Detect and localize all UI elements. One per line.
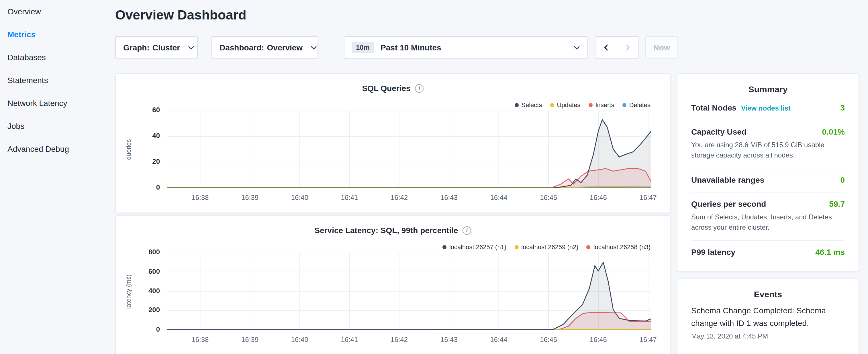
chart-legend: SelectsUpdatesInsertsDeletes: [515, 101, 651, 108]
legend-item: Selects: [515, 101, 542, 108]
x-axis-tick: 16:46: [580, 194, 617, 202]
event-text: Schema Change Completed: Schema change w…: [691, 305, 845, 330]
x-axis-tick: 16:41: [331, 194, 368, 202]
chart-title: SQL Queries: [362, 84, 410, 93]
x-axis-tick: 16:40: [281, 336, 318, 344]
y-axis-tick: 0: [135, 325, 160, 333]
dashboard-dropdown-value: Overview: [267, 43, 303, 52]
dashboard-dropdown[interactable]: Dashboard: Overview: [212, 36, 318, 59]
x-axis-tick: 16:41: [331, 336, 368, 344]
summary-row-label: P99 latency: [691, 248, 735, 257]
event-timestamp: May 13, 2020 at 4:45 PM: [691, 332, 845, 341]
page-title: Overview Dashboard: [115, 7, 246, 23]
toolbar: Graph: Cluster Dashboard: Overview 10m P…: [115, 36, 678, 59]
sidebar-item-advanced-debug[interactable]: Advanced Debug: [0, 137, 109, 160]
right-sidebar: Summary Total NodesView nodes list3Capac…: [677, 73, 859, 354]
summary-row-total-nodes: Total NodesView nodes list3: [691, 96, 845, 120]
x-axis-tick: 16:42: [381, 194, 417, 202]
chevron-left-icon: [603, 44, 609, 51]
legend-dot: [515, 245, 518, 249]
sidebar-item-metrics[interactable]: Metrics: [0, 23, 109, 46]
x-axis-tick: 16:39: [231, 194, 268, 202]
sidebar-item-databases[interactable]: Databases: [0, 46, 109, 69]
sidebar-item-statements[interactable]: Statements: [0, 69, 109, 92]
now-button[interactable]: Now: [645, 36, 678, 59]
y-axis-tick: 400: [135, 287, 160, 295]
x-axis-tick: 16:45: [530, 194, 567, 202]
summary-row-value: 59.7: [829, 199, 845, 208]
chart-canvas: [167, 253, 651, 330]
summary-row-description: Sum of Selects, Updates, Inserts, and De…: [691, 212, 845, 232]
summary-row-header: Capacity Used0.01%: [691, 127, 845, 136]
time-window-select[interactable]: 10m Past 10 Minutes: [344, 36, 588, 59]
x-axis-tick: 16:38: [182, 194, 218, 202]
sidebar-item-jobs[interactable]: Jobs: [0, 115, 109, 137]
legend-item: localhost:26258 (n3): [587, 244, 651, 250]
time-window-badge: 10m: [352, 42, 374, 53]
x-axis-tick: 16:47: [630, 194, 666, 202]
legend-item: Inserts: [588, 101, 614, 108]
summary-row-value: 0.01%: [822, 127, 845, 136]
legend-label: Inserts: [595, 101, 614, 108]
charts-column: SQL Queries i SelectsUpdatesInsertsDelet…: [115, 73, 671, 354]
y-axis-tick: 60: [135, 106, 160, 114]
summary-row-value: 0: [840, 175, 845, 185]
legend-dot: [515, 103, 518, 107]
summary-row-label: Unavailable ranges: [691, 175, 764, 185]
summary-row-unavailable-ranges: Unavailable ranges0: [691, 168, 845, 192]
info-icon[interactable]: i: [415, 84, 424, 93]
events-title: Events: [691, 286, 845, 301]
summary-row-label: Queries per second: [691, 199, 766, 208]
chart-canvas: [167, 110, 651, 188]
sql-queries-chart-card: SQL Queries i SelectsUpdatesInsertsDelet…: [115, 73, 671, 213]
time-window-label: Past 10 Minutes: [380, 43, 441, 52]
graph-dropdown-label: Graph:: [123, 43, 150, 52]
x-axis-tick: 16:43: [431, 194, 467, 202]
y-axis-label-wrap: latency (ms): [124, 253, 133, 330]
chart-header: SQL Queries i: [116, 74, 670, 93]
legend-dot: [550, 103, 554, 107]
legend-item: localhost:26257 (n1): [442, 244, 506, 250]
sidebar-item-overview[interactable]: Overview: [0, 0, 109, 23]
time-step-buttons: [595, 36, 639, 59]
chart-header: Service Latency: SQL, 99th percentile i: [116, 216, 670, 235]
chart-legend: localhost:26257 (n1)localhost:26259 (n2)…: [442, 244, 651, 250]
legend-item: Deletes: [622, 101, 651, 108]
legend-dot: [588, 103, 592, 107]
summary-row-label: Total Nodes: [691, 103, 737, 112]
legend-dot: [442, 245, 446, 249]
legend-dot: [587, 245, 591, 249]
y-axis-tick: 800: [135, 248, 160, 256]
summary-row-label: Capacity Used: [691, 127, 746, 136]
y-axis-label-wrap: queries: [124, 110, 133, 188]
time-step-forward-button[interactable]: [617, 36, 639, 59]
summary-rows: Total NodesView nodes list3Capacity Used…: [691, 96, 845, 264]
graph-dropdown[interactable]: Graph: Cluster: [115, 36, 198, 59]
x-axis-tick: 16:44: [480, 194, 517, 202]
sidebar-nav: OverviewMetricsDatabasesStatementsNetwor…: [0, 0, 109, 354]
y-axis-label: queries: [125, 139, 132, 160]
time-step-back-button[interactable]: [595, 36, 617, 59]
legend-label: localhost:26258 (n3): [593, 244, 651, 250]
info-icon[interactable]: i: [463, 226, 471, 234]
app-root: OverviewMetricsDatabasesStatementsNetwor…: [0, 0, 868, 354]
x-axis-tick: 16:39: [231, 336, 268, 344]
summary-title: Summary: [691, 81, 845, 96]
summary-row-capacity-used: Capacity Used0.01%You are using 28.6 MiB…: [691, 120, 845, 168]
x-axis-tick: 16:45: [530, 336, 567, 344]
summary-row-p99-latency: P99 latency46.1 ms: [691, 240, 845, 264]
x-axis-tick: 16:46: [580, 336, 617, 344]
summary-row-value: 46.1 ms: [815, 248, 845, 257]
legend-label: Selects: [521, 101, 542, 108]
graph-dropdown-value: Cluster: [152, 43, 180, 52]
x-axis-tick: 16:44: [480, 336, 517, 344]
legend-label: Deletes: [629, 101, 651, 108]
legend-dot: [622, 103, 626, 107]
legend-label: localhost:26259 (n2): [521, 244, 578, 250]
sidebar-item-network-latency[interactable]: Network Latency: [0, 92, 109, 115]
view-nodes-list-link[interactable]: View nodes list: [741, 104, 790, 112]
legend-item: Updates: [550, 101, 580, 108]
summary-row-description: You are using 28.6 MiB of 515.9 GiB usab…: [691, 140, 845, 160]
plot-area: 020040060080016:3816:3916:4016:4116:4216…: [167, 253, 651, 330]
dashboard-dropdown-label: Dashboard:: [219, 43, 264, 52]
